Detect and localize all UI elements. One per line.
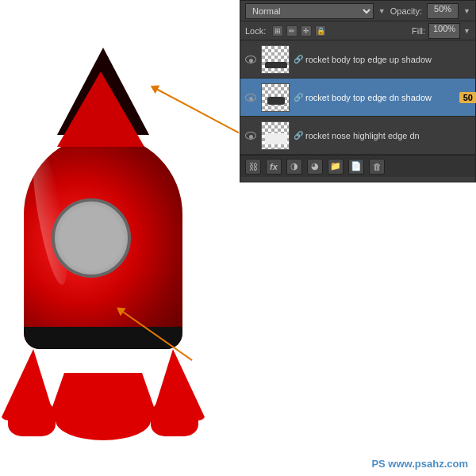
layer-name-3: rocket nose highlight edge dn (305, 131, 472, 140)
blend-arrow-icon: ▼ (378, 7, 386, 15)
opacity-arrow-icon: ▼ (463, 7, 470, 15)
layers-panel: Normal ▼ Opacity: 50% ▼ Lock: ⊞ ✏ ✛ 🔒 Fi… (240, 0, 476, 182)
delete-layer-button[interactable]: 🗑 (369, 159, 385, 175)
new-layer-button[interactable]: 📄 (348, 159, 364, 175)
opacity-label: Opacity: (390, 6, 422, 16)
fin-blob-center (56, 401, 151, 440)
layer-thumb-3 (261, 121, 290, 150)
layers-bottom-toolbar: ⛓ fx ◑ ◕ 📁 📄 🗑 (240, 155, 475, 177)
link-layers-button[interactable]: ⛓ (245, 159, 261, 175)
lock-move-icon[interactable]: ✛ (301, 25, 312, 36)
layer-row-2[interactable]: 🔗 rocket body top edge dn shadow 50 (240, 79, 475, 117)
rocket-window (52, 198, 131, 278)
eye-icon-2 (245, 94, 256, 102)
layer-row-3[interactable]: 🔗 rocket nose highlight edge dn (240, 117, 475, 155)
layer-thumb-1 (261, 45, 290, 74)
layer-visibility-1[interactable] (244, 52, 258, 67)
lock-fill-bar: Lock: ⊞ ✏ ✛ 🔒 Fill: 100% ▼ (240, 21, 475, 40)
group-button[interactable]: 📁 (328, 159, 344, 175)
opacity-badge: 50 (459, 92, 476, 103)
fin-blob-left (8, 397, 56, 436)
blend-opacity-bar: Normal ▼ Opacity: 50% ▼ (240, 1, 475, 21)
fill-value[interactable]: 100% (428, 23, 460, 39)
lock-brush-icon[interactable]: ✏ (286, 25, 298, 36)
layer-link-icon-3: 🔗 (293, 130, 304, 141)
layer-visibility-3[interactable] (244, 129, 258, 143)
fill-arrow-icon: ▼ (463, 27, 470, 35)
eye-icon-3 (245, 132, 256, 140)
eye-icon-1 (245, 56, 256, 63)
lock-all-icon[interactable]: 🔒 (315, 25, 326, 36)
layer-row-1[interactable]: 🔗 rocket body top edge up shadow (240, 40, 475, 79)
layer-name-1: rocket body top edge up shadow (305, 55, 472, 64)
blend-mode-select[interactable]: Normal (245, 3, 374, 19)
layer-name-2: rocket body top edge dn shadow (305, 93, 472, 102)
layer-link-icon-2: 🔗 (293, 92, 304, 103)
fill-row: Fill: 100% ▼ (412, 23, 470, 39)
layer-thumb-2 (261, 83, 290, 112)
ps-watermark: PS www.psahz.com (371, 458, 468, 470)
ps-site: www.psahz.com (388, 458, 468, 470)
rocket-nose-red (57, 71, 144, 147)
ps-logo: PS (371, 458, 385, 470)
mask-button[interactable]: ◑ (286, 159, 302, 175)
fill-label: Fill: (412, 26, 425, 36)
rocket-body (24, 135, 182, 349)
lock-icons-group: ⊞ ✏ ✛ 🔒 (272, 25, 326, 36)
fin-blob-right (151, 397, 198, 436)
opacity-value[interactable]: 50% (427, 3, 459, 19)
adjustment-button[interactable]: ◕ (307, 159, 323, 175)
lock-label: Lock: (245, 26, 266, 36)
layer-link-icon-1: 🔗 (293, 54, 304, 65)
layers-list: 🔗 rocket body top edge up shadow 🔗 rocke… (240, 40, 475, 155)
canvas-area (0, 0, 240, 476)
rocket (24, 48, 182, 428)
lock-checkerboard-icon[interactable]: ⊞ (272, 25, 283, 36)
fx-button[interactable]: fx (266, 159, 282, 175)
layer-visibility-2[interactable] (244, 90, 258, 105)
rocket-fins (24, 341, 182, 420)
